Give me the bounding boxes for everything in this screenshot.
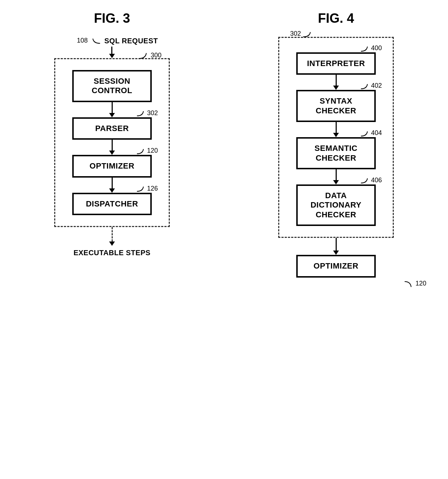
fig4-ref-120: 120 [415,280,426,287]
figures-container: FIG. 3 108 SQL REQUEST 3 [7,11,441,288]
fig4-curve-120-icon [404,280,414,288]
fig4-dashed-box: 302 INTERPRETER 400 [278,37,394,238]
parser-row: PARSER 302 [70,117,154,140]
curve-108-icon [90,37,101,44]
arrow-3 [109,178,115,193]
ref-400: 400 [371,44,382,52]
ref-120-area: 120 [136,147,158,154]
curve-406-icon [360,177,370,184]
arrow-4b [333,122,339,137]
fig4-ref-120-area: 120 [404,280,441,288]
ref-126: 126 [147,185,158,192]
fig3-dashed-box: 300 SESSIONCONTROL PARSER 302 [54,58,170,227]
ref-302: 302 [147,109,158,117]
curve-300-icon [138,51,149,59]
ref-402-area: 402 [360,82,382,90]
ref-300-area: 300 [138,51,161,59]
dispatcher-box: DISPATCHER [72,193,152,215]
curve-400-icon [360,45,370,52]
dispatcher-row: DISPATCHER 126 [70,193,154,215]
fig3-title: FIG. 3 [94,11,130,26]
interpreter-box: INTERPRETER [296,52,376,75]
ref-402: 402 [371,82,382,90]
fig4-title: FIG. 4 [318,11,354,26]
arrow-4d [333,238,339,255]
arrow-2 [109,140,115,155]
session-control-box: SESSIONCONTROL [72,70,152,102]
figure-4: FIG. 4 302 INTERPRETER 400 [231,11,441,288]
ref-404-area: 404 [360,129,382,137]
arrow-1 [109,102,115,117]
ref-406-area: 406 [360,177,382,184]
dashed-arrow-down [109,227,115,246]
fig4-outer-ref: 302 [290,30,301,38]
data-dict-checker-box: DATA DICTIONARYCHECKER [296,184,376,226]
curve-126-icon [136,185,146,192]
semantic-checker-box: SEMANTICCHECKER [296,137,376,169]
fig4-optimizer-row: OPTIMIZER [231,255,441,277]
ref-406: 406 [371,177,382,184]
syntax-checker-box: SYNTAXCHECKER [296,90,376,122]
arrow-into-session [109,47,115,58]
parser-box: PARSER [72,117,152,140]
optimizer-box: OPTIMIZER [72,155,152,177]
ref-108: 108 [77,37,88,44]
optimizer-row: OPTIMIZER 120 [70,155,154,177]
curve-120-icon [136,147,146,154]
executable-steps-label: EXECUTABLE STEPS [73,249,150,257]
semantic-checker-row: SEMANTICCHECKER 404 [294,137,378,169]
arrow-4c [333,169,339,184]
ref-404: 404 [371,129,382,137]
sql-request-label: SQL REQUEST [104,37,158,45]
session-control-row: SESSIONCONTROL [70,70,154,102]
ref-400-area: 400 [360,44,382,52]
curve-302-icon [136,109,146,117]
figure-3: FIG. 3 108 SQL REQUEST 3 [7,11,217,257]
fig4-optimizer-box: OPTIMIZER [296,255,376,277]
ref-120: 120 [147,147,158,154]
ref-302-area: 302 [136,109,158,117]
interpreter-row: INTERPRETER 400 [294,52,378,75]
ref-126-area: 126 [136,185,158,192]
ref-300: 300 [151,52,161,59]
curve-402-icon [360,82,370,90]
syntax-checker-row: SYNTAXCHECKER 402 [294,90,378,122]
curve-404-icon [360,130,370,137]
fig4-outer-ref-area: 302 [290,30,313,38]
fig4-curve-icon [302,30,313,38]
arrow-4a [333,75,339,90]
data-dict-checker-row: DATA DICTIONARYCHECKER 406 [294,184,378,226]
